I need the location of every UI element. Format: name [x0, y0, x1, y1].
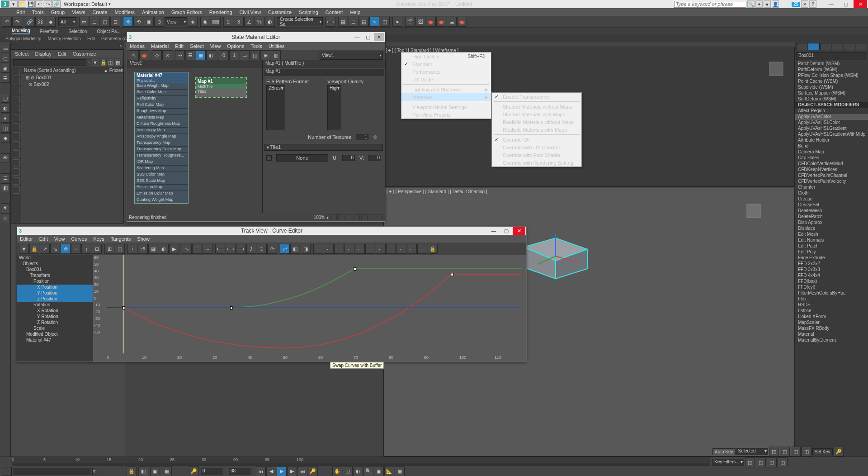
modifier-item[interactable]: CFDVertexPaintChannel: [795, 173, 868, 179]
undo-icon[interactable]: ↶: [35, 0, 43, 8]
ce-close-button[interactable]: ✕: [513, 227, 525, 235]
slate-view-combo[interactable]: View1: [320, 51, 383, 60]
select-filter-combo[interactable]: All: [58, 17, 76, 26]
modifier-item[interactable]: Edit Mesh: [795, 232, 868, 238]
p7-icon[interactable]: ☰: [1, 173, 10, 182]
search-input[interactable]: [674, 1, 746, 8]
p6-icon[interactable]: 👁: [1, 153, 10, 162]
map-node[interactable]: Map #1 MultiTile Tile1: [195, 77, 247, 98]
rect-select-button[interactable]: ▢: [100, 17, 110, 27]
slate-zoom[interactable]: 100% ▾: [314, 215, 329, 220]
track-item[interactable]: Material #47: [17, 338, 93, 343]
frame-b[interactable]: 38: [229, 468, 250, 475]
track-item[interactable]: Rotation: [17, 302, 93, 308]
goto-start-button[interactable]: ⏮: [256, 466, 266, 476]
track-item[interactable]: Y Rotation: [17, 314, 93, 320]
named-sel-combo[interactable]: Create Selection Se: [278, 17, 323, 26]
status-input[interactable]: [14, 468, 90, 475]
ce-c11[interactable]: ⌐: [334, 244, 344, 254]
slate-close-button[interactable]: ✕: [374, 33, 384, 41]
menu-item[interactable]: Override with Fast Shader: [492, 151, 581, 159]
menu-grapheditors[interactable]: Graph Editors: [168, 10, 206, 15]
modifier-item[interactable]: Linked XForm: [795, 314, 868, 320]
object-name-field[interactable]: Box001: [796, 52, 867, 60]
scene-explorer-drag[interactable]: ×: [11, 42, 124, 49]
ce-lock2[interactable]: 🔒: [428, 244, 438, 254]
slate-show-icon[interactable]: ▦: [196, 50, 206, 60]
prev-frame-button[interactable]: ◀: [266, 466, 276, 476]
ce-c2[interactable]: ⟷: [226, 244, 236, 254]
link-button[interactable]: 🔗: [25, 17, 35, 27]
scene-item[interactable]: ⊞ ⊙Box001: [21, 74, 123, 81]
ce-c18[interactable]: ⌐: [407, 244, 417, 254]
ribbon-tab[interactable]: Modeling: [12, 28, 30, 34]
ribbon-tab[interactable]: Selection: [68, 29, 87, 34]
select-rotate-button[interactable]: ⟲: [133, 17, 143, 27]
save-icon[interactable]: 💾: [27, 0, 35, 8]
menu-help[interactable]: Help: [346, 10, 364, 15]
se-header-frozen[interactable]: ▲ Frozen: [104, 68, 123, 73]
ce-c13[interactable]: ⌐: [355, 244, 365, 254]
star2-icon[interactable]: ★: [764, 0, 771, 8]
slate-4-icon[interactable]: ⊞: [260, 50, 270, 60]
spinner-snap-button[interactable]: ◐: [265, 17, 275, 27]
track-item[interactable]: Z Position: [17, 296, 93, 302]
p2-icon[interactable]: ◐: [1, 104, 10, 113]
ce-c8[interactable]: ◨: [301, 244, 311, 254]
material-slot[interactable]: Roughness Map: [135, 108, 188, 114]
se-x-icon[interactable]: ◫: [108, 59, 114, 66]
ce-c1[interactable]: ⟵: [215, 244, 225, 254]
modifier-item[interactable]: Subdivide (WSM): [795, 85, 868, 90]
ce-c14[interactable]: ⌐: [365, 244, 375, 254]
material-slot[interactable]: IOR Map: [135, 159, 188, 165]
slate-move-icon[interactable]: ⊹: [175, 50, 185, 60]
material-slot[interactable]: Transparency Color Map: [135, 146, 188, 152]
menu-customize[interactable]: Customize: [264, 10, 295, 15]
material-slot[interactable]: Anisotropy Map: [135, 127, 188, 133]
ce-t4[interactable]: ↕: [81, 244, 91, 254]
time-ruler[interactable]: 0510152025309095100: [12, 457, 710, 463]
menu-item[interactable]: Lighting and Shadows▶: [401, 86, 491, 93]
explorer-icon[interactable]: ☰: [1, 74, 10, 83]
se-config-icon[interactable]: ▦: [115, 59, 122, 66]
ce-menu-item[interactable]: Keys: [93, 236, 104, 242]
nav4[interactable]: ◫: [802, 447, 811, 457]
autokey-button[interactable]: Auto Key: [712, 448, 736, 455]
track-item[interactable]: Transform: [17, 273, 93, 279]
undo-button[interactable]: ↶: [2, 17, 12, 27]
selection-region-icon[interactable]: ◌: [1, 54, 10, 63]
modifier-item[interactable]: Cloth: [795, 190, 868, 196]
material-slot[interactable]: SSS Color Map: [135, 171, 188, 178]
angle-snap-button[interactable]: ∠: [244, 17, 254, 27]
rendered-frame-button[interactable]: 🖼: [415, 17, 425, 27]
viewport-quality-combo[interactable]: High: [327, 85, 341, 130]
new-icon[interactable]: ▾: [9, 0, 18, 8]
snap-2d-button[interactable]: 2: [223, 17, 233, 27]
ce-filter-icon[interactable]: ▼: [19, 244, 29, 254]
ce-lock-icon[interactable]: 🔒: [29, 244, 39, 254]
setkey-button2[interactable]: Set Key: [812, 448, 833, 455]
zoom-ext-icon[interactable]: ▣: [374, 466, 384, 476]
ce-c6[interactable]: ⟳: [267, 244, 277, 254]
create-tab-icon[interactable]: [796, 43, 807, 50]
ce-c10[interactable]: ⌐: [324, 244, 334, 254]
ce-c4[interactable]: ⤴: [246, 244, 256, 254]
menu-item[interactable]: High QualityShift+F3: [401, 52, 491, 60]
max-vp-icon[interactable]: ▦: [395, 466, 405, 476]
material-slot[interactable]: Metalness Map: [135, 114, 188, 121]
material-slot[interactable]: Emission Color Map: [135, 190, 188, 197]
slate-nav1-icon[interactable]: [330, 214, 337, 220]
modifier-item[interactable]: DeletePatch: [795, 214, 868, 220]
close-button[interactable]: ✕: [854, 0, 867, 8]
modifier-item[interactable]: Attribute Holder: [795, 138, 868, 143]
material-slot[interactable]: Base Color Map: [135, 89, 188, 95]
nav8[interactable]: ◫: [778, 457, 788, 467]
select-place-button[interactable]: ⊙: [154, 17, 164, 27]
track-item[interactable]: Modified Object: [17, 332, 93, 338]
nav1[interactable]: ◫: [769, 447, 779, 457]
modifier-item[interactable]: Lattice: [795, 308, 868, 314]
modifier-item[interactable]: PFlow Collision Shape (WSM): [795, 73, 868, 79]
modifier-item[interactable]: FFD 3x3x3: [795, 267, 868, 273]
se-menu-item[interactable]: Display: [35, 51, 52, 57]
ribbon-panel-item[interactable]: Modify Selection: [48, 36, 81, 41]
